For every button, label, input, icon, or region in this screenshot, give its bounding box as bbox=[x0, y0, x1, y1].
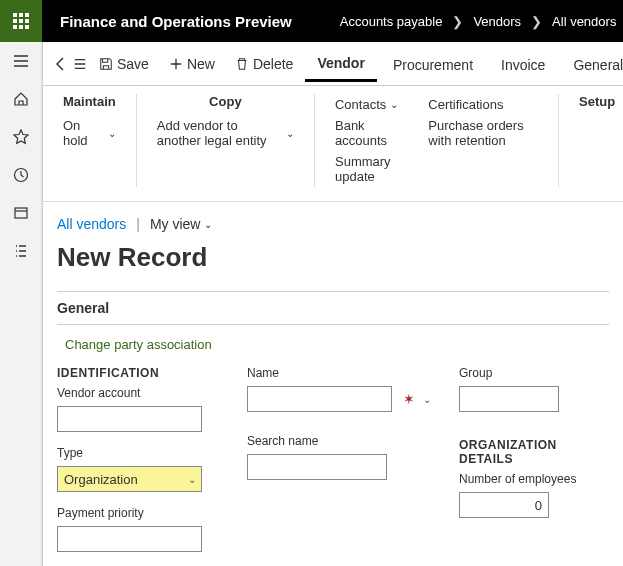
my-view-dropdown[interactable]: My view ⌄ bbox=[150, 216, 213, 232]
app-launcher-button[interactable] bbox=[0, 0, 42, 42]
search-name-label: Search name bbox=[247, 434, 419, 448]
action-bar: Save New Delete Vendor Procurement Invoi… bbox=[43, 42, 623, 86]
ribbon-header: Copy bbox=[157, 94, 294, 109]
tab-invoice[interactable]: Invoice bbox=[489, 47, 557, 81]
new-label: New bbox=[187, 56, 215, 72]
org-details-label: ORGANIZATION DETAILS bbox=[459, 438, 609, 466]
tab-vendor[interactable]: Vendor bbox=[305, 45, 376, 82]
app-title: Finance and Operations Preview bbox=[42, 13, 310, 30]
back-button[interactable] bbox=[53, 51, 69, 77]
new-button[interactable]: New bbox=[161, 52, 223, 76]
chevron-down-icon: ⌄ bbox=[390, 99, 398, 110]
payment-priority-input[interactable] bbox=[57, 526, 202, 552]
plus-icon bbox=[169, 57, 183, 71]
all-vendors-link[interactable]: All vendors bbox=[57, 216, 126, 232]
ribbon-group-maintain: Maintain On hold ⌄ bbox=[43, 94, 137, 187]
type-select[interactable]: Organization bbox=[57, 466, 202, 492]
group-input[interactable] bbox=[459, 386, 559, 412]
hamburger-icon[interactable] bbox=[12, 52, 30, 70]
breadcrumb-item[interactable]: Vendors bbox=[473, 14, 521, 29]
bank-accounts-button[interactable]: Bank accounts bbox=[335, 115, 398, 151]
ribbon-group-copy: Copy Add vendor to another legal entity … bbox=[137, 94, 315, 187]
delete-button[interactable]: Delete bbox=[227, 52, 301, 76]
vendor-account-input[interactable] bbox=[57, 406, 202, 432]
top-bar: Finance and Operations Preview Accounts … bbox=[0, 0, 623, 42]
name-label: Name bbox=[247, 366, 419, 380]
summary-update-button[interactable]: Summary update bbox=[335, 151, 398, 187]
chevron-down-icon: ⌄ bbox=[108, 128, 116, 139]
ribbon-header: Maintain bbox=[63, 94, 116, 109]
separator: | bbox=[136, 216, 140, 232]
purchase-orders-button[interactable]: Purchase orders with retention bbox=[428, 115, 538, 151]
delete-label: Delete bbox=[253, 56, 293, 72]
left-nav-rail bbox=[0, 42, 42, 566]
ribbon-group-setup: Setup bbox=[559, 94, 623, 187]
list-icon[interactable] bbox=[12, 242, 30, 260]
breadcrumb: Accounts payable ❯ Vendors ❯ All vendors bbox=[310, 14, 617, 29]
svg-rect-1 bbox=[15, 208, 27, 218]
breadcrumb-item[interactable]: Accounts payable bbox=[340, 14, 443, 29]
ribbon: Maintain On hold ⌄ Copy Add vendor to an… bbox=[43, 86, 623, 202]
trash-icon bbox=[235, 57, 249, 71]
payment-priority-label: Payment priority bbox=[57, 506, 207, 520]
num-employees-label: Number of employees bbox=[459, 472, 609, 486]
save-icon bbox=[99, 57, 113, 71]
section-general: General Change party association IDENTIF… bbox=[57, 291, 609, 562]
required-icon: ✶ bbox=[403, 391, 415, 407]
num-employees-input[interactable] bbox=[459, 492, 549, 518]
page-title: New Record bbox=[43, 238, 623, 291]
list-toggle-button[interactable] bbox=[73, 51, 87, 77]
group-label: Group bbox=[459, 366, 609, 380]
vendor-account-label: Vendor account bbox=[57, 386, 207, 400]
tab-general[interactable]: General bbox=[561, 47, 623, 81]
tab-procurement[interactable]: Procurement bbox=[381, 47, 485, 81]
on-hold-button[interactable]: On hold ⌄ bbox=[63, 115, 116, 151]
home-icon[interactable] bbox=[12, 90, 30, 108]
breadcrumb-item[interactable]: All vendors bbox=[552, 14, 616, 29]
chevron-right-icon: ❯ bbox=[452, 14, 463, 29]
waffle-icon bbox=[13, 13, 29, 29]
section-header[interactable]: General bbox=[57, 291, 609, 324]
ribbon-header: Setup bbox=[579, 94, 603, 109]
search-name-input[interactable] bbox=[247, 454, 387, 480]
certifications-button[interactable]: Certifications bbox=[428, 94, 538, 115]
save-button[interactable]: Save bbox=[91, 52, 157, 76]
type-label: Type bbox=[57, 446, 207, 460]
ribbon-group-related: Contacts ⌄ Bank accounts Summary update … bbox=[315, 94, 559, 187]
chevron-down-icon: ⌄ bbox=[423, 394, 431, 405]
workspace-icon[interactable] bbox=[12, 204, 30, 222]
chevron-down-icon: ⌄ bbox=[204, 219, 212, 230]
star-icon[interactable] bbox=[12, 128, 30, 146]
chevron-right-icon: ❯ bbox=[531, 14, 542, 29]
contacts-button[interactable]: Contacts ⌄ bbox=[335, 94, 398, 115]
identification-label: IDENTIFICATION bbox=[57, 366, 207, 380]
chevron-down-icon: ⌄ bbox=[286, 128, 294, 139]
view-bar: All vendors | My view ⌄ bbox=[43, 202, 623, 238]
add-vendor-entity-button[interactable]: Add vendor to another legal entity ⌄ bbox=[157, 115, 294, 151]
clock-icon[interactable] bbox=[12, 166, 30, 184]
save-label: Save bbox=[117, 56, 149, 72]
change-party-link[interactable]: Change party association bbox=[57, 335, 609, 366]
name-input[interactable] bbox=[247, 386, 392, 412]
